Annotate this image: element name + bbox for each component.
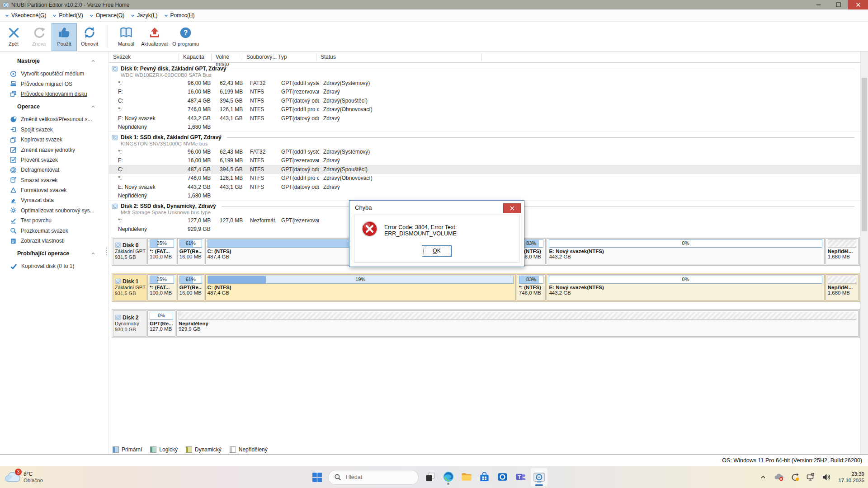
start-button[interactable] [309, 469, 325, 485]
taskbar-clock[interactable]: 23:39 17.10.2025 [838, 471, 864, 484]
disk-group-header[interactable]: Disk 1: SSD disk, Základní GPT, Zdravý K… [109, 132, 861, 147]
sidebar-item[interactable]: Zobrazit vlastnosti [0, 236, 108, 246]
redo-button[interactable]: Znova [26, 23, 52, 51]
manual-book-button[interactable]: Manuál [113, 23, 139, 51]
scrollbar-thumb[interactable] [862, 78, 867, 231]
column-header[interactable]: Svazek [109, 53, 179, 61]
partition-block[interactable]: 61% GPT(Re... 16,00 MB [177, 274, 204, 300]
column-header[interactable]: Souborový... [242, 53, 274, 61]
volume-row[interactable]: F:16,00 MB6,199 MBNTFSGPT(rezervovaný...… [109, 156, 861, 165]
disk-info[interactable]: Disk 2 Dynamický 930,0 GB [113, 310, 146, 337]
close-button[interactable] [848, 0, 868, 9]
sidebar-item[interactable]: Optimalizovat souborový sys... [0, 206, 108, 216]
sidebar-item[interactable]: Změnit velikost/Přesunout s... [0, 114, 108, 124]
volume-row[interactable]: *:746,0 MB126,1 MBNTFSGPT(oddíl pro ob..… [109, 105, 861, 114]
sidebar-item[interactable]: Kopírovat svazek [0, 135, 108, 145]
volume-row[interactable]: C:487,4 GB394,5 GBNTFSGPT(datový oddíl)Z… [109, 165, 861, 174]
menu-pohledv[interactable]: Pohled(V) [51, 9, 88, 21]
volume-row[interactable]: C:487,4 GB394,5 GBNTFSGPT(datový oddíl)Z… [109, 96, 861, 105]
menu-jazykl[interactable]: Jazyk(L) [129, 9, 162, 21]
undo-button[interactable]: Zpět [1, 23, 26, 51]
done-check-icon [10, 263, 17, 270]
dialog-close-button[interactable] [503, 203, 521, 213]
about-help-button[interactable]: ?O programu [170, 23, 201, 51]
menu-veobecng[interactable]: Všeobecné(G) [4, 9, 51, 21]
sidebar-item[interactable]: Průvodce klonováním disku [0, 89, 108, 99]
taskbar-app-task-view[interactable] [422, 468, 439, 486]
legend-item: Nepřidělený [230, 446, 268, 453]
sidebar-item[interactable]: Prozkoumat svazek [0, 225, 108, 235]
sidebar-item[interactable]: Průvodce migrací OS [0, 79, 108, 89]
partition-block[interactable]: Nepřiděl... 1,680 MB [826, 274, 859, 300]
collapse-button[interactable] [90, 58, 96, 65]
sidebar-item[interactable]: Změnit název jednotky [0, 145, 108, 155]
tray-tray-expand[interactable] [757, 471, 769, 483]
collapse-button[interactable] [90, 104, 96, 111]
volume-row[interactable]: *:96,00 MB62,43 MBFAT32GPT(oddíl systém.… [109, 79, 861, 88]
tray-display-device[interactable] [805, 471, 816, 483]
sidebar-item[interactable]: Vytvořit spouštěcí médium [0, 69, 108, 79]
volume-row[interactable]: E: Nový svazek443,2 GB443,1 GBNTFSGPT(da… [109, 183, 861, 192]
ok-button[interactable]: OK [422, 245, 452, 257]
usage-bar: 83% [519, 276, 544, 284]
apply-thumb-button[interactable]: Použít [52, 23, 77, 51]
taskbar-search[interactable] [328, 470, 419, 485]
partition-block[interactable]: Nepřiděl... 1,680 MB [826, 238, 859, 264]
partition-block[interactable]: 0% GPT(Re... 127,0 MB [147, 310, 175, 337]
tray-volume[interactable] [821, 471, 832, 483]
splitter-grip[interactable] [105, 248, 108, 255]
volume-row[interactable]: F:16,00 MB6,199 MBNTFSGPT(rezervovaný...… [109, 88, 861, 97]
update-arrow-button[interactable]: Aktualizovat [139, 23, 170, 51]
collapse-button[interactable] [90, 251, 96, 258]
column-header[interactable]: Status [316, 53, 482, 61]
partition-block[interactable]: 35% *: (FAT... 100,0 MB [147, 274, 176, 300]
rename-icon [10, 146, 17, 153]
partition-block[interactable]: 61% GPT(Re... 16,00 MB [177, 238, 204, 264]
partition-block[interactable]: 83% *: (NTFS) 746,0 MB [517, 274, 546, 300]
sidebar-item[interactable]: Prověřit svazek [0, 155, 108, 165]
column-header[interactable]: Kapacita [179, 53, 212, 61]
minimize-button[interactable] [808, 0, 828, 9]
weather-widget[interactable]: 3 8°C Oblačno [5, 466, 43, 488]
volume-row[interactable]: *:96,00 MB62,43 MBFAT32GPT(oddíl systém.… [109, 147, 861, 156]
tray-onedrive-status[interactable] [773, 471, 785, 483]
sidebar-item[interactable]: Spojit svazek [0, 125, 108, 135]
taskbar-app-teams[interactable]: T [512, 468, 529, 486]
sidebar-item[interactable]: Test povrchu [0, 216, 108, 225]
partition-block[interactable]: 0% E: Nový svazek(NTFS) 443,2 GB [547, 274, 824, 300]
taskbar-app-niubi-partition-editor[interactable] [530, 468, 548, 487]
disk-info[interactable]: Disk 1 Základní GPT 931,5 GB [113, 274, 146, 300]
volume-row[interactable]: Nepřidělený1,680 MB [109, 123, 861, 132]
column-header[interactable]: Typ [274, 53, 316, 61]
sidebar-item[interactable]: Kopírovat disk (0 to 1) [0, 261, 108, 271]
disk-info[interactable]: Disk 0 Základní GPT 931,5 GB [113, 238, 146, 264]
menu-operaceo[interactable]: Operace(O) [88, 9, 129, 21]
vertical-scrollbar[interactable] [860, 52, 868, 455]
sidebar-item[interactable]: Defragmentovat [0, 165, 108, 175]
sidebar-item[interactable]: Formátovat svazek [0, 185, 108, 195]
menu-pomoch[interactable]: Pomoc(H) [163, 9, 200, 21]
window-titlebar[interactable]: NIUBI Partition Editor v10.2.0 - Verze F… [0, 0, 868, 9]
volume-row[interactable]: E: Nový svazek443,2 GB443,1 GBNTFSGPT(da… [109, 114, 861, 123]
partition-block[interactable]: 0% E: Nový svazek(NTFS) 443,2 GB [547, 238, 824, 264]
volume-row[interactable]: Nepřidělený1,680 MB [109, 192, 861, 201]
taskbar-app-file-explorer[interactable] [458, 468, 475, 486]
disk-group-header[interactable]: Disk 0: Pevný disk, Základní GPT, Zdravý… [109, 63, 861, 79]
sidebar-item[interactable]: Vymazat data [0, 195, 108, 205]
os-info: OS: Windows 11 Pro 64-bit (Version:25H2,… [722, 457, 862, 464]
sidebar-item[interactable]: Smazat svazek [0, 175, 108, 185]
search-input[interactable] [345, 474, 406, 481]
partition-block[interactable]: 35% *: (FAT... 100,0 MB [147, 238, 176, 264]
taskbar-app-microsoft-store[interactable] [476, 468, 493, 486]
column-header[interactable]: Volné místo [212, 53, 242, 61]
resize-icon [10, 116, 17, 123]
chevron-up-icon [90, 58, 96, 64]
taskbar-app-edge[interactable] [440, 468, 457, 486]
refresh-button[interactable]: Obnovit [77, 23, 102, 51]
volume-row[interactable]: *:746,0 MB126,1 MBNTFSGPT(oddíl pro ob..… [109, 174, 861, 183]
maximize-button[interactable] [828, 0, 848, 9]
tray-sync-status[interactable] [789, 471, 801, 483]
partition-block[interactable]: 19% C: (NTFS) 487,4 GB [205, 274, 516, 300]
taskbar-app-outlook[interactable] [494, 468, 511, 486]
partition-block[interactable]: Nepřidělený 929,9 GB [176, 310, 859, 337]
